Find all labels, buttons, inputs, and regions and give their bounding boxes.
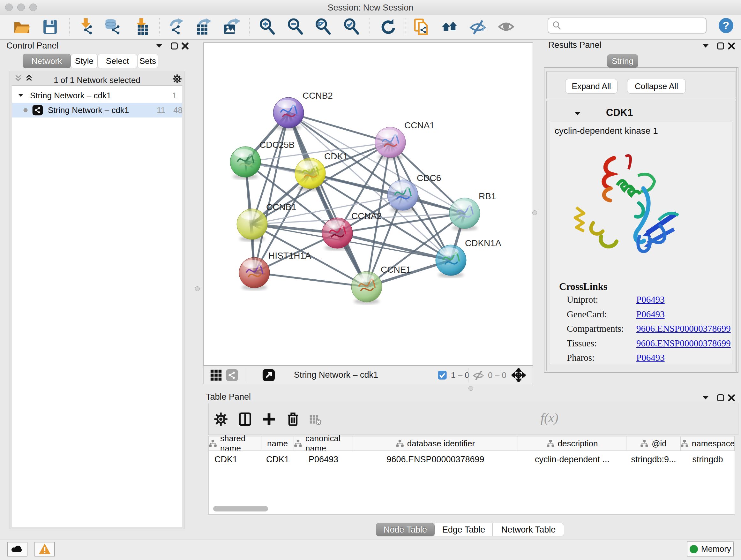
- node-label-HIST1H1A: HIST1H1A: [268, 251, 311, 260]
- tab-sets[interactable]: Sets: [137, 54, 158, 68]
- edge-CCNB2-HIST1H1A[interactable]: [254, 113, 288, 273]
- export-network-icon[interactable]: [167, 18, 184, 36]
- column-header-name[interactable]: name: [261, 436, 294, 450]
- show-columns-icon[interactable]: [238, 412, 253, 427]
- control-panel-menu-icon[interactable]: [155, 42, 164, 51]
- cell[interactable]: cyclin-dependent ...: [518, 452, 626, 466]
- node-CCNB2[interactable]: CCNB2: [273, 91, 333, 130]
- cloud-button[interactable]: [7, 542, 27, 557]
- cell[interactable]: 9606.ENSP00000378699: [353, 452, 518, 466]
- warnings-button[interactable]: [35, 542, 55, 557]
- column-header-sharedname[interactable]: shared name: [209, 436, 261, 450]
- node-label-RB1: RB1: [479, 191, 496, 201]
- tab-string[interactable]: String: [607, 54, 638, 68]
- results-scrollbar[interactable]: [736, 68, 737, 372]
- tab-network-table[interactable]: Network Table: [493, 523, 564, 537]
- node-label-CCNB2: CCNB2: [302, 91, 333, 101]
- export-table-icon[interactable]: [194, 18, 211, 36]
- documents-icon[interactable]: [413, 18, 430, 36]
- network-canvas[interactable]: CCNB2 CCNA1 CDC25B CDK1 CDC6 RB1 CCNB1 C…: [203, 43, 533, 366]
- birdseye-grid-icon[interactable]: [209, 368, 223, 382]
- cell[interactable]: stringdb:9...: [626, 452, 681, 466]
- cell[interactable]: stringdb: [681, 452, 735, 466]
- results-panel-close-icon[interactable]: [727, 42, 736, 51]
- table-panel-menu-icon[interactable]: [701, 393, 710, 402]
- network-collection-row[interactable]: String Network – cdk1 1: [12, 88, 182, 103]
- string-badge-gray-icon[interactable]: [225, 368, 239, 382]
- network-row-selected[interactable]: String Network – cdk1 11 48: [12, 103, 182, 118]
- crosslink-link[interactable]: P06493: [636, 353, 665, 363]
- tab-select[interactable]: Select: [98, 54, 137, 68]
- delete-table-icon: [309, 414, 322, 426]
- node-HIST1H1A[interactable]: HIST1H1A: [239, 251, 311, 290]
- left-splitter-handle[interactable]: [195, 287, 200, 291]
- open-session-icon[interactable]: [13, 18, 30, 36]
- memory-button[interactable]: Memory: [687, 542, 734, 557]
- crosslink-link[interactable]: P06493: [636, 294, 665, 305]
- column-header-id[interactable]: @id: [626, 436, 681, 450]
- zoom-out-icon[interactable]: [287, 18, 304, 36]
- search-input[interactable]: [564, 19, 703, 32]
- control-panel-close-icon[interactable]: [181, 42, 190, 51]
- save-session-icon[interactable]: [42, 18, 59, 36]
- export-image-icon[interactable]: [222, 18, 240, 36]
- node-CCNA1[interactable]: CCNA1: [375, 120, 434, 160]
- refresh-network-icon[interactable]: [379, 18, 396, 36]
- node-CDC6[interactable]: CDC6: [387, 173, 441, 212]
- table-panel-float-icon[interactable]: [716, 393, 725, 402]
- show-eye-icon[interactable]: [497, 18, 515, 36]
- add-column-icon[interactable]: [261, 412, 277, 427]
- pan-crosshair-icon[interactable]: [512, 368, 526, 382]
- network-options-gear-icon[interactable]: [172, 74, 182, 84]
- node-table[interactable]: shared namenamecanonical namedatabase id…: [208, 436, 735, 515]
- control-panel-float-icon[interactable]: [170, 42, 179, 51]
- table-toolbar: f(x): [208, 403, 738, 435]
- tree-caret-icon[interactable]: [17, 92, 24, 99]
- cell[interactable]: P06493: [294, 452, 353, 466]
- edge-HIST1H1A-CCNE1[interactable]: [254, 273, 367, 287]
- network-list-panel: 1 of 1 Network selected String Network –…: [10, 71, 185, 530]
- crosslink-link[interactable]: 9606.ENSP00000378699: [636, 338, 731, 349]
- hidden-eye-slash-icon[interactable]: [473, 369, 484, 381]
- bottom-splitter-handle[interactable]: [468, 386, 473, 391]
- search-field[interactable]: [548, 17, 706, 34]
- crosslink-link[interactable]: P06493: [636, 309, 665, 320]
- selected-checkbox-icon[interactable]: [437, 370, 447, 380]
- crosslink-link[interactable]: 9606.ENSP00000378699: [636, 323, 731, 334]
- tab-network[interactable]: Network: [23, 54, 71, 68]
- table-panel-close-icon[interactable]: [727, 393, 736, 402]
- crosslink-row: Uniprot:P06493: [567, 294, 726, 309]
- zoom-selected-icon[interactable]: [343, 18, 360, 36]
- import-network-database-icon[interactable]: [105, 18, 122, 36]
- import-table-icon[interactable]: [133, 18, 150, 36]
- column-header-databaseidentifier[interactable]: database identifier: [353, 436, 518, 450]
- delete-column-icon[interactable]: [285, 412, 300, 427]
- tab-edge-table[interactable]: Edge Table: [434, 523, 493, 537]
- houses-icon[interactable]: [441, 18, 459, 36]
- edge-CCNB2-CCNA1[interactable]: [288, 113, 390, 142]
- zoom-in-icon[interactable]: [259, 18, 276, 36]
- cell[interactable]: CDK1: [261, 452, 294, 466]
- gene-collapse-caret-icon[interactable]: [574, 110, 582, 118]
- tab-style[interactable]: Style: [71, 54, 98, 68]
- tab-node-table[interactable]: Node Table: [376, 523, 434, 537]
- column-header-description[interactable]: description: [518, 436, 626, 450]
- hide-eye-icon[interactable]: [469, 18, 486, 36]
- results-panel-menu-icon[interactable]: [701, 42, 710, 51]
- collapse-all-button[interactable]: Collapse All: [627, 79, 686, 94]
- column-header-canonicalname[interactable]: canonical name: [294, 436, 353, 450]
- zoom-fit-icon[interactable]: [315, 18, 332, 36]
- node-CDKN1A[interactable]: CDKN1A: [435, 238, 501, 278]
- node-RB1[interactable]: RB1: [449, 191, 496, 231]
- right-splitter-handle[interactable]: [532, 210, 537, 215]
- results-panel-float-icon[interactable]: [716, 42, 725, 51]
- expand-all-button[interactable]: Expand All: [565, 79, 617, 94]
- cell[interactable]: CDK1: [209, 452, 261, 466]
- open-in-window-icon[interactable]: [262, 368, 275, 382]
- help-icon[interactable]: ?: [718, 17, 734, 34]
- column-header-namespace[interactable]: namespace: [681, 436, 735, 450]
- import-network-icon[interactable]: [77, 18, 95, 36]
- node-count: 11: [150, 105, 165, 115]
- table-settings-gear-icon[interactable]: [213, 412, 228, 427]
- table-horizontal-scrollbar[interactable]: [213, 506, 268, 511]
